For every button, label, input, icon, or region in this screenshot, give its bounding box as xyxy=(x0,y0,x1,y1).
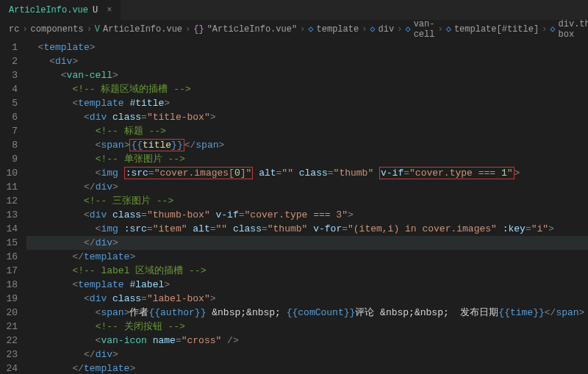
chevron-right-icon: › xyxy=(87,24,92,35)
chevron-right-icon: › xyxy=(22,24,27,35)
element-icon: ◇ xyxy=(550,24,555,35)
breadcrumb: rc › components › VArticleInfo.vue › {}"… xyxy=(0,21,588,38)
chevron-right-icon: › xyxy=(437,24,442,35)
crumb-file[interactable]: VArticleInfo.vue xyxy=(95,24,182,35)
element-icon: ◇ xyxy=(308,24,313,35)
crumb-symbol[interactable]: ◇div xyxy=(370,24,394,35)
crumb-symbol[interactable]: ◇van-cell xyxy=(405,19,434,40)
element-icon: ◇ xyxy=(370,24,375,35)
chevron-right-icon: › xyxy=(300,24,305,35)
element-icon: ◇ xyxy=(446,24,451,35)
element-icon: ◇ xyxy=(405,24,410,35)
crumb-folder[interactable]: components xyxy=(31,24,84,35)
chevron-right-icon: › xyxy=(362,24,367,35)
crumb-symbol[interactable]: ◇template xyxy=(308,24,359,35)
close-icon[interactable]: × xyxy=(107,5,112,15)
tab-bar: ArticleInfo.vue U × xyxy=(0,0,588,21)
file-tab[interactable]: ArticleInfo.vue U × xyxy=(0,0,121,21)
chevron-right-icon: › xyxy=(397,24,402,35)
chevron-right-icon: › xyxy=(542,24,547,35)
chevron-right-icon: › xyxy=(185,24,190,35)
crumb-folder[interactable]: rc xyxy=(9,24,19,35)
crumb-symbol[interactable]: ◇template[#title] xyxy=(446,24,539,35)
crumb-symbol[interactable]: ◇div.thumb-box xyxy=(550,19,588,40)
tab-filename: ArticleInfo.vue xyxy=(9,5,88,15)
brace-icon: {} xyxy=(193,24,204,35)
editor-area[interactable]: 123456789101112131415161718192021222324 … xyxy=(0,38,588,374)
crumb-symbol[interactable]: {}"ArticleInfo.vue" xyxy=(193,24,297,35)
line-number-gutter: 123456789101112131415161718192021222324 xyxy=(0,38,26,374)
vue-icon: V xyxy=(95,24,100,35)
tab-modified-status: U xyxy=(93,5,98,15)
code-content[interactable]: <template> <div> <van-cell> <!-- 标题区域的插槽… xyxy=(26,38,588,374)
